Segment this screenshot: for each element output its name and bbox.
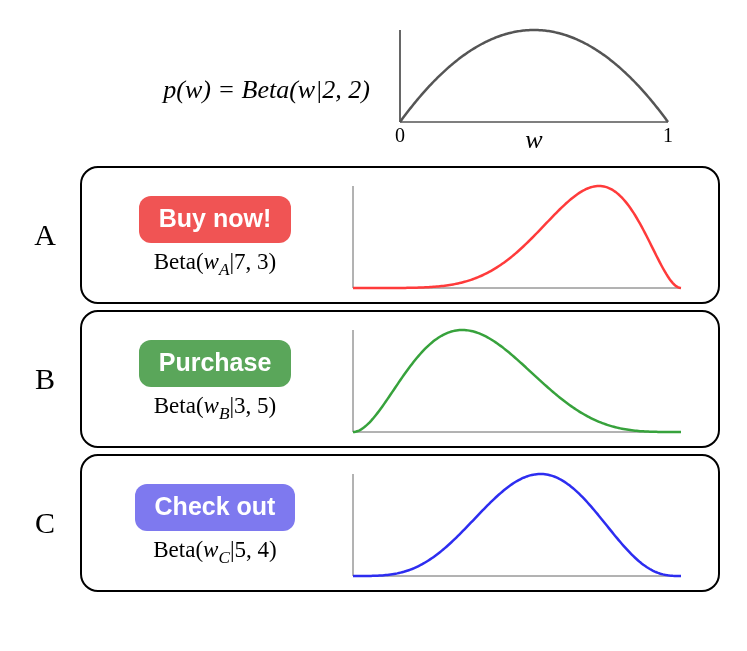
variant-left-c: Check out Beta(wC|5, 4) (100, 466, 330, 586)
variant-density-plot-a (330, 178, 700, 298)
variant-formula-a: Beta(wA|7, 3) (154, 249, 276, 280)
diagram-root: p(w) = Beta(w|2, 2) 01w A Buy now! Beta(… (20, 20, 720, 592)
prior-row: p(w) = Beta(w|2, 2) 01w (20, 20, 720, 160)
variant-row-a: A Buy now! Beta(wA|7, 3) (20, 166, 720, 304)
variant-letter-b: B (20, 310, 80, 448)
prior-tick-0: 0 (395, 124, 405, 146)
variant-card-b: Purchase Beta(wB|3, 5) (80, 310, 720, 448)
variant-card-a: Buy now! Beta(wA|7, 3) (80, 166, 720, 304)
prior-tick-1: 1 (663, 124, 672, 146)
variant-left-a: Buy now! Beta(wA|7, 3) (100, 178, 330, 298)
variant-row-c: C Check out Beta(wC|5, 4) (20, 454, 720, 592)
cta-button-b[interactable]: Purchase (139, 340, 292, 387)
cta-button-a[interactable]: Buy now! (139, 196, 292, 243)
variant-row-b: B Purchase Beta(wB|3, 5) (20, 310, 720, 448)
variant-letter-c: C (20, 454, 80, 592)
prior-density-plot: 01w (382, 20, 672, 160)
cta-button-c[interactable]: Check out (135, 484, 296, 531)
variant-left-b: Purchase Beta(wB|3, 5) (100, 322, 330, 442)
variant-density-plot-b (330, 322, 700, 442)
prior-xaxis-label: w (525, 125, 543, 154)
variant-density-plot-c (330, 466, 700, 586)
variant-card-c: Check out Beta(wC|5, 4) (80, 454, 720, 592)
variant-letter-a: A (20, 166, 80, 304)
prior-formula: p(w) = Beta(w|2, 2) (90, 75, 382, 105)
variant-formula-b: Beta(wB|3, 5) (154, 393, 276, 424)
variant-formula-c: Beta(wC|5, 4) (153, 537, 276, 568)
